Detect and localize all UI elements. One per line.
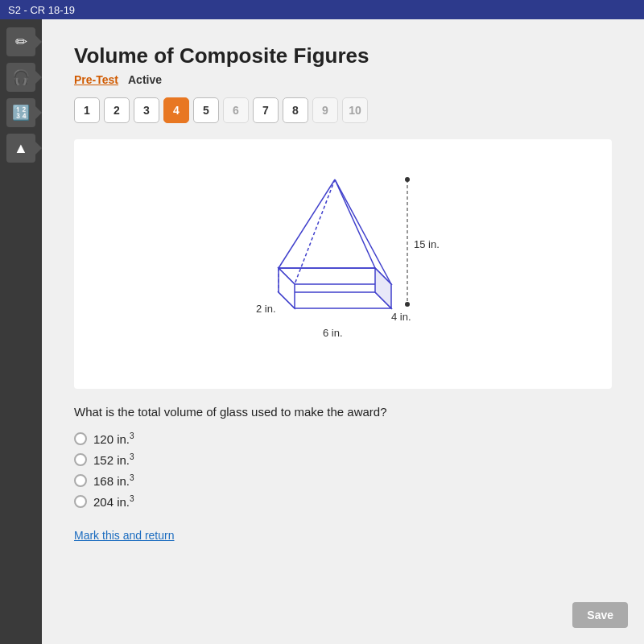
svg-text:15 in.: 15 in. xyxy=(414,238,440,250)
nav-btn-3[interactable]: 3 xyxy=(134,97,159,123)
question-nav: 1 2 3 4 5 6 7 8 9 10 xyxy=(74,97,612,123)
subtitle-row: Pre-Test Active xyxy=(74,73,612,86)
nav-btn-1[interactable]: 1 xyxy=(74,97,100,123)
save-button[interactable]: Save xyxy=(572,602,628,628)
nav-btn-10: 10 xyxy=(342,97,368,123)
svg-point-11 xyxy=(405,177,410,182)
options-list: 120 in.3 152 in.3 168 in.3 204 in.3 xyxy=(74,431,612,509)
figure-area: 15 in. 2 in. 4 in. 6 in. xyxy=(74,139,612,389)
option-1-label: 120 in.3 xyxy=(93,431,134,446)
mark-return-link[interactable]: Mark this and return xyxy=(74,529,175,542)
option-2[interactable]: 152 in.3 xyxy=(74,452,612,467)
option-2-radio[interactable] xyxy=(74,453,87,466)
option-3-radio[interactable] xyxy=(74,474,87,487)
option-2-label: 152 in.3 xyxy=(93,452,134,467)
option-3[interactable]: 168 in.3 xyxy=(74,473,612,488)
nav-btn-4[interactable]: 4 xyxy=(163,97,189,123)
pretest-label[interactable]: Pre-Test xyxy=(74,73,118,86)
page-title: Volume of Composite Figures xyxy=(74,43,612,68)
top-bar-title: S2 - CR 18-19 xyxy=(8,4,75,16)
content-area: Volume of Composite Figures Pre-Test Act… xyxy=(42,19,644,644)
nav-btn-7[interactable]: 7 xyxy=(253,97,279,123)
svg-line-7 xyxy=(335,180,375,268)
sidebar: ✏ 🎧 🔢 ▲ xyxy=(0,19,42,644)
top-bar: S2 - CR 18-19 xyxy=(0,0,644,19)
svg-text:6 in.: 6 in. xyxy=(323,327,343,339)
option-1-radio[interactable] xyxy=(74,432,87,445)
nav-btn-8[interactable]: 8 xyxy=(283,97,308,123)
nav-btn-9: 9 xyxy=(312,97,338,123)
svg-text:4 in.: 4 in. xyxy=(391,311,411,323)
nav-btn-2[interactable]: 2 xyxy=(104,97,130,123)
active-label: Active xyxy=(128,73,162,86)
option-3-label: 168 in.3 xyxy=(93,473,134,488)
pencil-icon[interactable]: ✏ xyxy=(6,27,35,56)
composite-figure-svg: 15 in. 2 in. 4 in. 6 in. xyxy=(214,155,472,365)
calculator-icon[interactable]: 🔢 xyxy=(6,98,35,127)
main-area: ✏ 🎧 🔢 ▲ Volume of Composite Figures Pre-… xyxy=(0,19,644,644)
svg-point-12 xyxy=(405,302,410,307)
arrow-up-icon[interactable]: ▲ xyxy=(6,134,35,163)
footer-row: Mark this and return xyxy=(74,528,612,543)
option-4-label: 204 in.3 xyxy=(93,494,134,509)
svg-text:2 in.: 2 in. xyxy=(256,303,276,315)
option-4-radio[interactable] xyxy=(74,495,87,508)
svg-line-6 xyxy=(279,180,335,268)
question-text: What is the total volume of glass used t… xyxy=(74,405,612,419)
option-4[interactable]: 204 in.3 xyxy=(74,494,612,509)
option-1[interactable]: 120 in.3 xyxy=(74,431,612,446)
headphone-icon[interactable]: 🎧 xyxy=(6,63,35,92)
svg-marker-0 xyxy=(279,292,391,308)
nav-btn-6: 6 xyxy=(223,97,249,123)
nav-btn-5[interactable]: 5 xyxy=(193,97,219,123)
